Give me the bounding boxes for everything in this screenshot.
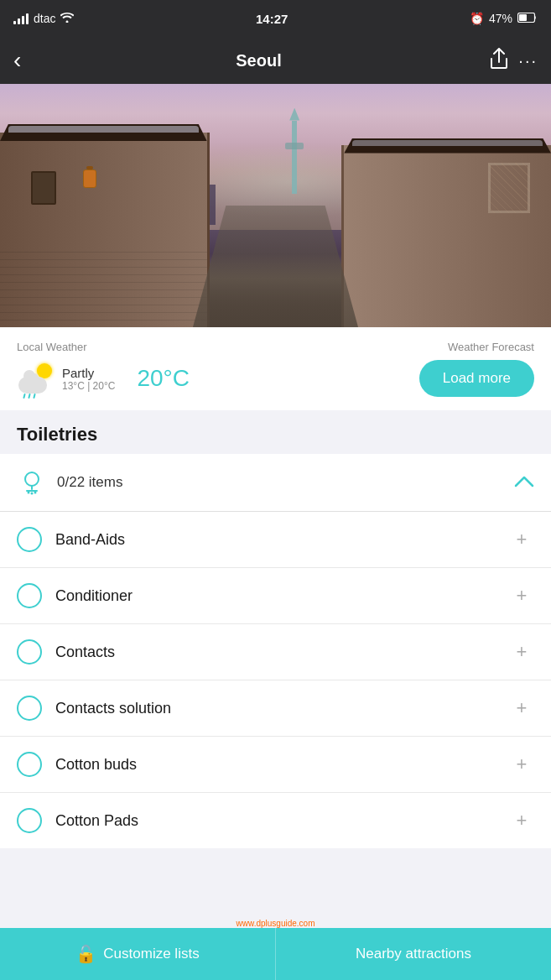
hero-scene: [0, 84, 551, 327]
weather-section: Local Weather Partly 13°C | 20°C: [0, 327, 551, 410]
lock-icon: 🔓: [75, 944, 96, 964]
item-label-1: Conditioner: [55, 587, 509, 605]
back-icon: ‹: [13, 47, 21, 74]
nearby-attractions-button[interactable]: Nearby attractions: [276, 928, 551, 980]
item-add-button-4[interactable]: +: [509, 753, 534, 775]
list-item: Contacts +: [0, 624, 551, 680]
svg-point-5: [34, 492, 37, 494]
svg-point-4: [31, 493, 34, 495]
customize-label: Customize lists: [103, 946, 199, 962]
weather-range: 13°C | 20°C: [62, 380, 115, 392]
item-label-3: Contacts solution: [55, 700, 509, 717]
expand-button[interactable]: [514, 474, 534, 492]
list-item: Cotton Pads +: [0, 793, 551, 848]
weather-right: Weather Forecast Load more: [419, 341, 534, 397]
cloud-body: [18, 377, 47, 394]
page-title: Seoul: [47, 51, 470, 70]
item-checkbox-2[interactable]: [17, 639, 42, 665]
items-count: 0/22 items: [57, 474, 514, 491]
battery-icon: [517, 13, 538, 25]
partly-cloudy-icon: [18, 363, 52, 394]
weather-info: Partly 13°C | 20°C 20°C: [17, 360, 419, 397]
list-item: Conditioner +: [0, 568, 551, 624]
nav-actions: ···: [470, 48, 538, 74]
wifi-icon: [60, 13, 74, 25]
item-checkbox-3[interactable]: [17, 696, 42, 721]
list-item: Band-Aids +: [0, 512, 551, 568]
item-label-5: Cotton Pads: [55, 812, 509, 830]
wall-right: [341, 145, 551, 328]
signal-icon: [13, 13, 29, 24]
item-add-button-5[interactable]: +: [509, 810, 534, 831]
weather-current-temp: 20°C: [137, 365, 190, 392]
item-add-button-1[interactable]: +: [509, 585, 534, 607]
shower-icon: [17, 467, 47, 498]
section-header: Toiletries: [0, 410, 551, 454]
weather-icon-container: [17, 360, 54, 397]
rain-drop: [23, 394, 25, 399]
nearby-label: Nearby attractions: [356, 946, 471, 962]
tower: [292, 121, 297, 194]
item-add-button-2[interactable]: +: [509, 641, 534, 663]
wall-left: [0, 133, 210, 327]
more-button[interactable]: ···: [518, 51, 538, 70]
back-button[interactable]: ‹: [13, 47, 47, 74]
load-more-button[interactable]: Load more: [419, 360, 534, 397]
svg-point-2: [25, 472, 39, 486]
item-add-button-3[interactable]: +: [509, 697, 534, 719]
status-bar: dtac 14:27 ⏰ 47%: [0, 0, 551, 37]
rain-drops: [23, 394, 35, 399]
item-checkbox-0[interactable]: [17, 527, 42, 552]
item-label-2: Contacts: [55, 644, 509, 661]
item-label-4: Cotton buds: [55, 756, 509, 774]
item-label-0: Band-Aids: [55, 531, 509, 549]
forecast-label: Weather Forecast: [419, 341, 534, 353]
items-header: 0/22 items: [0, 454, 551, 512]
list-item: Cotton buds +: [0, 737, 551, 793]
lantern: [83, 169, 96, 188]
nav-bar: ‹ Seoul ···: [0, 37, 551, 84]
svg-rect-1: [519, 14, 527, 21]
bottom-bar: 🔓 Customize lists Nearby attractions: [0, 928, 551, 980]
item-checkbox-1[interactable]: [17, 583, 42, 608]
status-right: ⏰ 47%: [470, 12, 538, 25]
rain-drop: [28, 394, 30, 399]
share-button[interactable]: [490, 48, 508, 74]
hero-image: [0, 84, 551, 327]
weather-condition: Partly: [62, 366, 115, 380]
item-checkbox-4[interactable]: [17, 752, 42, 777]
customize-lists-button[interactable]: 🔓 Customize lists: [0, 928, 276, 980]
carrier-label: dtac: [34, 12, 55, 25]
local-weather-label: Local Weather: [17, 341, 419, 353]
watermark: www.dplusguide.com: [237, 919, 315, 928]
clock: 14:27: [256, 12, 288, 26]
alarm-icon: ⏰: [470, 12, 484, 25]
list-item: Contacts solution +: [0, 680, 551, 737]
svg-point-3: [28, 492, 30, 494]
weather-left: Local Weather Partly 13°C | 20°C: [17, 341, 419, 397]
section-title: Toiletries: [17, 424, 534, 446]
rain-drop: [33, 394, 35, 399]
weather-details: Partly 13°C | 20°C: [62, 366, 115, 392]
items-list: Band-Aids + Conditioner + Contacts + Con…: [0, 512, 551, 848]
item-add-button-0[interactable]: +: [509, 529, 534, 550]
status-left: dtac: [13, 12, 74, 25]
item-checkbox-5[interactable]: [17, 808, 42, 833]
battery-percent: 47%: [489, 12, 512, 25]
